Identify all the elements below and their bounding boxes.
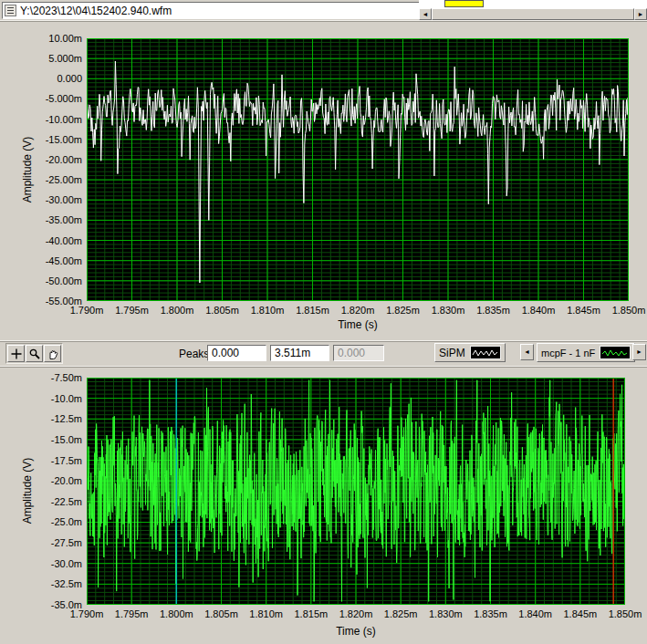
x-tick-label: 1.805m (205, 305, 239, 316)
x-tick-label: 1.845m (563, 608, 597, 619)
yellow-color-swatch[interactable] (444, 0, 484, 7)
x-tick-label: 1.825m (386, 305, 420, 316)
y-tick-label: -50.00m (46, 275, 82, 286)
file-path-value: Y:\2023\12\04\152402.940.wfm (20, 5, 172, 17)
y-tick-label: -45.00m (46, 255, 82, 266)
y-tick-label: -40.00m (46, 235, 82, 246)
y-tick-label: -20.0m (51, 475, 82, 486)
x-tick-label: 1.815m (296, 305, 329, 316)
legend-sipm-swatch (470, 346, 501, 359)
panel-divider (0, 366, 647, 368)
scrollbar-thumb[interactable] (432, 8, 634, 20)
graph-tools-palette (5, 343, 63, 364)
legend-sipm-label: SiPM (439, 347, 465, 359)
top-right-panel (419, 0, 647, 8)
x-tick-label: 1.790m (70, 608, 104, 619)
peaks-label: Peaks (179, 348, 209, 360)
x-tick-label: 1.810m (251, 305, 285, 316)
x-tick-label: 1.805m (204, 608, 238, 619)
y-tick-label: -30.0m (51, 558, 82, 569)
cursor-tool-button[interactable] (7, 345, 25, 362)
x-axis-ticks-bottom: 1.790m1.795m1.800m1.805m1.810m1.815m1.82… (87, 608, 625, 620)
x-tick-label: 1.815m (294, 608, 328, 619)
x-axis-label-bottom: Time (s) (336, 625, 376, 638)
x-tick-label: 1.825m (384, 608, 418, 619)
zoom-tool-button[interactable] (26, 345, 43, 362)
x-tick-label: 1.820m (341, 305, 375, 316)
y-tick-label: 5.000m (48, 53, 82, 64)
legend-mcp[interactable]: mcpF - 1 nF (537, 343, 635, 362)
y-tick-label: -7.50m (51, 372, 82, 383)
y-tick-label: 10.00m (48, 33, 82, 44)
y-tick-label: -22.5m (51, 496, 82, 507)
y-tick-label: -35.00m (46, 214, 82, 225)
waveform-viewer-window: Y:\2023\12\04\152402.940.wfm ◄ ► Amplitu… (0, 0, 647, 644)
y-tick-label: -12.5m (51, 413, 82, 424)
x-tick-label: 1.850m (612, 305, 646, 316)
y-tick-label: -5.000m (46, 93, 82, 104)
y-tick-label: -20.00m (46, 154, 82, 165)
pan-tool-button[interactable] (44, 345, 61, 362)
panel-divider (0, 340, 647, 342)
y-axis-ticks-bottom: -7.50m-10.0m-12.5m-15.0m-17.5m-20.0m-22.… (33, 378, 84, 605)
x-tick-label: 1.835m (474, 608, 507, 619)
top-scrollbar: ◄ ► (419, 8, 647, 20)
y-tick-label: -27.5m (51, 537, 82, 548)
path-icon (5, 5, 16, 16)
y-tick-label: -10.00m (46, 114, 82, 125)
x-axis-ticks-top: 1.790m1.795m1.800m1.805m1.810m1.815m1.82… (87, 305, 629, 317)
peak-time-field[interactable]: 3.511m (270, 345, 329, 361)
x-tick-label: 1.840m (522, 305, 556, 316)
x-tick-label: 1.810m (249, 608, 283, 619)
mcp-waveform-graph[interactable] (87, 378, 625, 605)
x-axis-label-top: Time (s) (338, 318, 378, 331)
sipm-wave-icon (472, 348, 499, 358)
sipm-waveform-graph[interactable] (87, 38, 629, 301)
x-tick-label: 1.835m (476, 305, 510, 316)
mcp-wave-icon (601, 348, 629, 358)
y-tick-label: 0.000 (57, 73, 82, 84)
x-tick-label: 1.850m (609, 608, 642, 619)
panel-divider (0, 20, 647, 22)
y-tick-label: -15.0m (51, 434, 82, 445)
legend-scroll-left-arrow-icon[interactable]: ◄ (520, 344, 534, 360)
y-tick-label: -25.00m (46, 174, 82, 185)
legend-scroll-right-arrow-icon[interactable]: ► (632, 344, 646, 360)
x-tick-label: 1.830m (429, 608, 463, 619)
peak-value-field[interactable]: 0.000 (207, 345, 266, 361)
x-tick-label: 1.795m (115, 608, 149, 619)
y-tick-label: -15.00m (46, 134, 82, 145)
y-tick-label: -17.5m (51, 455, 82, 466)
x-tick-label: 1.795m (115, 305, 149, 316)
peak-disabled-field: 0.000 (333, 345, 384, 361)
y-axis-ticks-top: 10.00m5.000m0.000-5.000m-10.00m-15.00m-2… (33, 38, 84, 301)
x-tick-label: 1.830m (432, 305, 465, 316)
y-axis-label-top: Amplitude (V) (21, 137, 34, 203)
x-tick-label: 1.845m (567, 305, 600, 316)
y-tick-label: -30.00m (46, 194, 82, 205)
magnifier-icon (28, 348, 41, 360)
file-path-control[interactable]: Y:\2023\12\04\152402.940.wfm (2, 2, 420, 19)
x-tick-label: 1.840m (518, 608, 552, 619)
hand-icon (47, 348, 59, 360)
legend-mcp-label: mcpF - 1 nF (541, 348, 595, 358)
scrollbar-track[interactable] (432, 8, 634, 20)
crosshair-icon (10, 348, 23, 360)
legend-mcp-swatch (600, 346, 631, 359)
x-tick-label: 1.800m (160, 608, 193, 619)
scrollbar-right-arrow-icon[interactable]: ► (634, 8, 647, 20)
legend-sipm[interactable]: SiPM (434, 343, 506, 362)
y-axis-label-bottom: Amplitude (V) (21, 458, 34, 525)
x-tick-label: 1.800m (161, 305, 194, 316)
y-tick-label: -25.0m (51, 516, 82, 527)
x-tick-label: 1.790m (70, 305, 104, 316)
x-tick-label: 1.820m (339, 608, 373, 619)
scrollbar-left-arrow-icon[interactable]: ◄ (419, 8, 432, 20)
y-tick-label: -10.0m (51, 393, 82, 404)
y-tick-label: -32.5m (51, 578, 82, 589)
